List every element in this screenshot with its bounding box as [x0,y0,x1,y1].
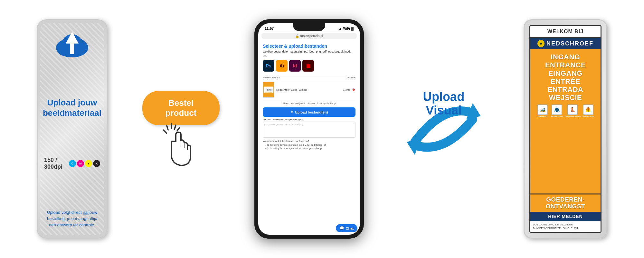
svg-line-8 [175,125,176,129]
file-delete-icon[interactable]: 🗑 [352,88,355,92]
phone-screen: 11:57 ▲ WiFi ▓ 🔒 rookvrijterrein.nl Sele… [258,23,360,235]
app-icons-row: Ps Ai Id ▦ [263,60,355,72]
file-thumbnail: INGANG GOEDEREN [263,82,274,98]
phone-url-bar: 🔒 rookvrijterrein.nl [261,33,357,39]
svg-line-9 [177,128,179,131]
indesign-icon: Id [289,60,301,72]
left-card: Upload jouw beeldmateriaal 150 / 300dpi … [37,19,108,239]
sign-welkom-text: WELKOM BIJ [533,29,598,35]
sign-orange-section: INGANGENTRANCEEINGANGENTRÉEENTRADAWEJŚCI… [530,49,601,194]
svg-line-6 [167,126,168,130]
sign-main-text: INGANGENTRANCEEINGANGENTRÉEENTRADAWEJŚCI… [545,53,586,102]
click-hand-icon [162,122,200,167]
visual-label: Visual [423,104,465,117]
dpi-row: 150 / 300dpi C M Y K [44,157,100,170]
dot-yellow: Y [85,160,92,167]
signal-icon: ▲ [339,27,342,30]
sign-header: WELKOM BIJ [530,26,601,38]
brand-name: NEDSCHROEF [546,40,593,47]
drop-zone-text: Sleep bestand(en) in dit vlak of klik op… [263,101,355,106]
photoshop-icon: Ps [263,60,274,72]
phone-content: Selecteer & upload bestanden Geldige bes… [258,40,360,235]
file-size: 1,3Mb [343,88,350,91]
sign-hier-text: HIER MELDEN [532,214,599,219]
sign-footer-text: LOSTIJDEN 08.00 T/M 16.00 UUR BIJ GEEN G… [533,223,598,230]
phone-upload-button[interactable]: ⬆ Upload bestand(en) [263,107,355,117]
sign-goods-section: GOEDEREN-ONTVANGST [530,194,601,212]
sign-hier-bar: HIER MELDEN [530,212,601,221]
order-button[interactable]: Bestel product [142,91,220,125]
warn-icon-jacket: 🧥 [552,104,562,115]
sign-warn-row: 🚜 Vorkheftruck 🧥 Veiligheidsvest 👢 Veili… [534,103,597,119]
warn-icon-vest: 🦺 [583,104,593,115]
illustrator-icon: Ai [276,60,288,72]
dot-magenta: M [77,160,84,167]
phone-time: 11:57 [265,26,274,30]
dot-cyan: C [69,160,76,167]
col-size: Grootte [347,76,355,79]
warn-item-4: 🦺 Veiligheidsvest [582,104,595,117]
warn-icon-forklift: 🚜 [537,104,548,115]
phone-status-icons: ▲ WiFi ▓ [339,27,354,30]
sign-footer: LOSTIJDEN 08.00 T/M 16.00 UUR BIJ GEEN G… [530,221,601,232]
wifi-icon: WiFi [343,27,350,30]
remarks-label: Vermeld eventueel je opmerkingen: [263,118,355,121]
phone-upload-title: Selecteer & upload bestanden [263,44,355,49]
main-container: Upload jouw beeldmateriaal 150 / 300dpi … [0,0,644,258]
warn-item-2: 🧥 Veiligheidsvest [550,104,563,117]
right-sign: WELKOM BIJ ⚜ NEDSCHROEF INGANGENTRANCEEI… [524,19,607,239]
arrow-labels: Upload Visual [423,90,465,117]
upload-title: Upload jouw beeldmateriaal [43,98,101,118]
order-section: Bestel product [142,91,220,167]
acrobat-icon: ▦ [302,60,314,72]
cloud-upload-icon [53,30,91,59]
brand-icon: ⚜ [537,40,545,47]
svg-text:GOEDEREN: GOEDEREN [265,92,272,93]
sign-inner: WELKOM BIJ ⚜ NEDSCHROEF INGANGENTRANCEEI… [529,25,601,233]
chat-icon: 💬 [340,226,344,230]
dpi-text: 150 / 300dpi [44,157,67,170]
why-bullet-1: • de bestelling bevat een product met b.… [263,144,355,147]
phone-notch [293,23,325,31]
chat-label: Chat [346,226,354,230]
sign-goods-text: GOEDEREN-ONTVANGST [534,196,597,210]
col-filename: Bestandsnaam [263,76,280,79]
dot-black: K [93,160,100,167]
warn-item-3: 👢 Veiligheidsschoenen [564,104,580,117]
arrows-section: Upload Visual [399,64,489,194]
sign-brand-bar: ⚜ NEDSCHROEF [530,38,601,49]
file-table-header: Bestandsnaam Grootte [263,75,355,80]
why-title: Waarom moet ik bestanden aanleveren? [263,140,355,143]
why-bullet-2: • de bestelling bevat een product met ee… [263,147,355,150]
chat-bar[interactable]: 💬 Chat [336,224,357,232]
svg-line-5 [163,130,166,133]
upload-label: Upload [423,90,465,104]
color-dots: C M Y K [69,160,100,167]
phone: 11:57 ▲ WiFi ▓ 🔒 rookvrijterrein.nl Sele… [254,19,364,239]
warn-item-1: 🚜 Vorkheftruck [536,104,549,117]
file-row: INGANG GOEDEREN Nedschroef_Goed_002.pdf … [263,80,355,99]
battery-icon: ▓ [351,27,354,30]
upload-desc: Upload volgt direct na jouw bestelling, … [44,209,100,228]
warn-icon-shoes: 👢 [567,104,578,115]
file-table: Bestandsnaam Grootte INGANG GOEDEREN [263,75,355,99]
file-name: Nedschroef_Goed_002.pdf [276,88,341,91]
upload-icon: ⬆ [290,110,293,114]
remarks-box[interactable]: je opmerkingen over deze bestand(en) [263,122,355,138]
svg-text:INGANG: INGANG [266,89,272,91]
phone-upload-desc: Geldige bestandsformaten zijn: jpg, jpeg… [263,50,355,57]
